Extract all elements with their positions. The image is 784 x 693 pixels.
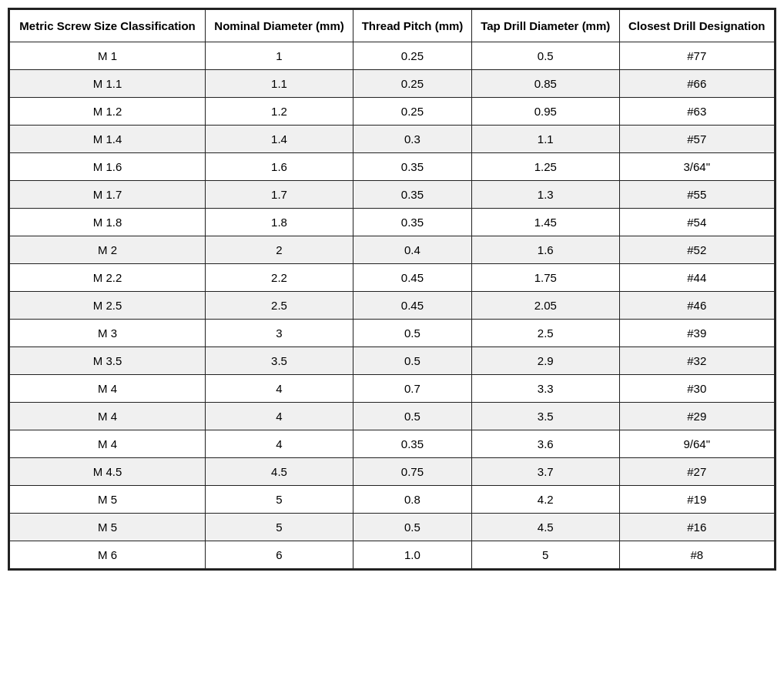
table-cell-r3-c3: 1.1: [471, 126, 619, 153]
table-cell-r7-c4: #52: [619, 236, 774, 264]
table-cell-r2-c4: #63: [619, 98, 774, 126]
table-cell-r9-c1: 2.5: [206, 292, 353, 320]
table-cell-r1-c2: 0.25: [353, 70, 472, 98]
table-cell-r12-c3: 3.3: [471, 375, 619, 403]
table-cell-r16-c3: 4.2: [471, 486, 619, 514]
table-cell-r2-c2: 0.25: [353, 98, 472, 126]
table-cell-r7-c3: 1.6: [471, 236, 619, 264]
table-row: M 550.54.5#16: [10, 514, 775, 541]
table-cell-r13-c1: 4: [206, 403, 353, 430]
table-cell-r16-c4: #19: [619, 486, 774, 514]
table-row: M 1.21.20.250.95#63: [10, 98, 775, 126]
table-cell-r9-c0: M 2.5: [10, 292, 206, 320]
table-cell-r14-c2: 0.35: [353, 430, 472, 458]
table-row: M 440.73.3#30: [10, 375, 775, 403]
table-cell-r15-c2: 0.75: [353, 458, 472, 486]
table-cell-r6-c4: #54: [619, 209, 774, 236]
table-cell-r15-c3: 3.7: [471, 458, 619, 486]
table-row: M 661.05#8: [10, 541, 775, 569]
table-cell-r18-c4: #8: [619, 541, 774, 569]
table-cell-r7-c0: M 2: [10, 236, 206, 264]
table-cell-r7-c2: 0.4: [353, 236, 472, 264]
table-row: M 2.22.20.451.75#44: [10, 264, 775, 292]
table-cell-r5-c3: 1.3: [471, 181, 619, 209]
table-cell-r2-c1: 1.2: [206, 98, 353, 126]
table-cell-r13-c0: M 4: [10, 403, 206, 430]
table-body: M 110.250.5#77M 1.11.10.250.85#66M 1.21.…: [10, 42, 775, 569]
table-cell-r8-c3: 1.75: [471, 264, 619, 292]
table-row: M 4.54.50.753.7#27: [10, 458, 775, 486]
table-cell-r11-c3: 2.9: [471, 347, 619, 375]
table-cell-r11-c4: #32: [619, 347, 774, 375]
table-cell-r10-c4: #39: [619, 320, 774, 347]
table-row: M 220.41.6#52: [10, 236, 775, 264]
table-cell-r4-c2: 0.35: [353, 153, 472, 181]
table-cell-r12-c1: 4: [206, 375, 353, 403]
table-cell-r0-c2: 0.25: [353, 42, 472, 70]
table-row: M 3.53.50.52.9#32: [10, 347, 775, 375]
table-cell-r1-c1: 1.1: [206, 70, 353, 98]
table-cell-r4-c3: 1.25: [471, 153, 619, 181]
column-header-4: Closest Drill Designation: [619, 10, 774, 42]
table-cell-r14-c1: 4: [206, 430, 353, 458]
table-row: M 2.52.50.452.05#46: [10, 292, 775, 320]
table-cell-r6-c2: 0.35: [353, 209, 472, 236]
table-cell-r0-c0: M 1: [10, 42, 206, 70]
table-cell-r8-c2: 0.45: [353, 264, 472, 292]
table-cell-r2-c3: 0.95: [471, 98, 619, 126]
table-cell-r12-c2: 0.7: [353, 375, 472, 403]
table-cell-r16-c0: M 5: [10, 486, 206, 514]
table-cell-r8-c4: #44: [619, 264, 774, 292]
table-row: M 550.84.2#19: [10, 486, 775, 514]
table-cell-r9-c3: 2.05: [471, 292, 619, 320]
table-cell-r4-c1: 1.6: [206, 153, 353, 181]
table-row: M 330.52.5#39: [10, 320, 775, 347]
table-cell-r15-c4: #27: [619, 458, 774, 486]
table-cell-r1-c4: #66: [619, 70, 774, 98]
table-cell-r1-c3: 0.85: [471, 70, 619, 98]
column-header-2: Thread Pitch (mm): [353, 10, 472, 42]
table-cell-r2-c0: M 1.2: [10, 98, 206, 126]
header-row: Metric Screw Size ClassificationNominal …: [10, 10, 775, 42]
column-header-1: Nominal Diameter (mm): [206, 10, 353, 42]
table-cell-r11-c2: 0.5: [353, 347, 472, 375]
table-cell-r4-c4: 3/64": [619, 153, 774, 181]
table-cell-r16-c1: 5: [206, 486, 353, 514]
table-cell-r3-c0: M 1.4: [10, 126, 206, 153]
table-cell-r17-c4: #16: [619, 514, 774, 541]
column-header-3: Tap Drill Diameter (mm): [471, 10, 619, 42]
table-cell-r10-c1: 3: [206, 320, 353, 347]
table-cell-r4-c0: M 1.6: [10, 153, 206, 181]
table-row: M 1.11.10.250.85#66: [10, 70, 775, 98]
table-cell-r13-c3: 3.5: [471, 403, 619, 430]
table-cell-r13-c2: 0.5: [353, 403, 472, 430]
table-row: M 440.353.69/64": [10, 430, 775, 458]
table-cell-r14-c0: M 4: [10, 430, 206, 458]
table-cell-r0-c4: #77: [619, 42, 774, 70]
table-cell-r10-c3: 2.5: [471, 320, 619, 347]
table-cell-r0-c1: 1: [206, 42, 353, 70]
table-cell-r17-c3: 4.5: [471, 514, 619, 541]
table-cell-r5-c0: M 1.7: [10, 181, 206, 209]
table-cell-r11-c0: M 3.5: [10, 347, 206, 375]
table-cell-r10-c0: M 3: [10, 320, 206, 347]
table-row: M 440.53.5#29: [10, 403, 775, 430]
table-row: M 1.81.80.351.45#54: [10, 209, 775, 236]
table-row: M 1.71.70.351.3#55: [10, 181, 775, 209]
table-cell-r10-c2: 0.5: [353, 320, 472, 347]
table-cell-r12-c0: M 4: [10, 375, 206, 403]
table-cell-r8-c1: 2.2: [206, 264, 353, 292]
column-header-0: Metric Screw Size Classification: [10, 10, 206, 42]
table-cell-r14-c3: 3.6: [471, 430, 619, 458]
table-cell-r17-c2: 0.5: [353, 514, 472, 541]
table-cell-r3-c1: 1.4: [206, 126, 353, 153]
table-cell-r5-c1: 1.7: [206, 181, 353, 209]
table-cell-r5-c4: #55: [619, 181, 774, 209]
table-cell-r18-c1: 6: [206, 541, 353, 569]
table-cell-r6-c1: 1.8: [206, 209, 353, 236]
table-cell-r13-c4: #29: [619, 403, 774, 430]
table-cell-r15-c1: 4.5: [206, 458, 353, 486]
table-cell-r6-c3: 1.45: [471, 209, 619, 236]
table-row: M 1.61.60.351.253/64": [10, 153, 775, 181]
table-cell-r5-c2: 0.35: [353, 181, 472, 209]
